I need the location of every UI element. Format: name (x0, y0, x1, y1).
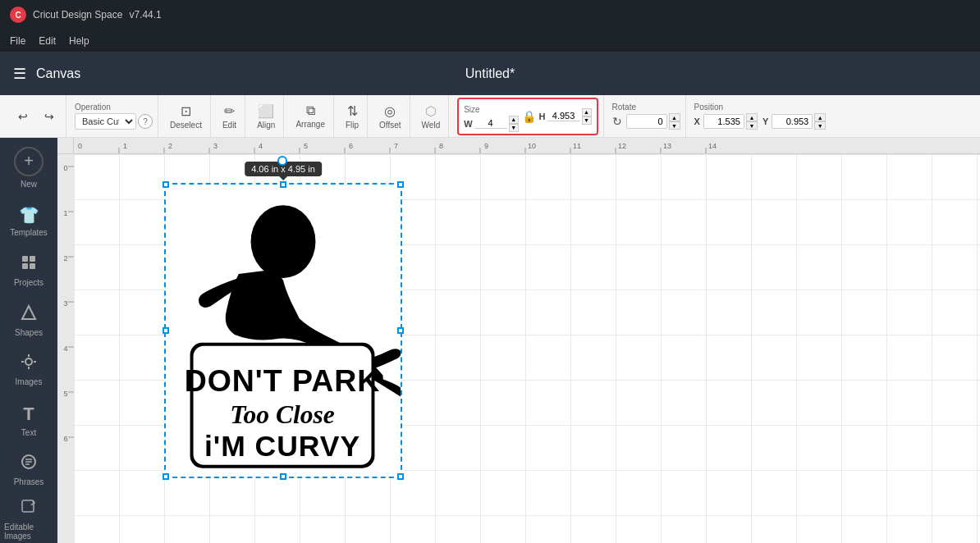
sidebar-item-projects[interactable]: Projects (4, 248, 53, 294)
operation-label: Operation (75, 103, 111, 112)
templates-label: Templates (10, 228, 48, 237)
svg-text:3: 3 (63, 299, 67, 308)
rotate-up-button[interactable]: ▲ (669, 113, 680, 121)
sidebar-item-text[interactable]: T Text (4, 397, 53, 444)
size-height-input[interactable] (547, 111, 580, 121)
width-up-button[interactable]: ▲ (509, 116, 519, 124)
offset-button[interactable]: ◎ Offset (376, 102, 405, 131)
weld-button[interactable]: ⬡ Weld (419, 102, 444, 131)
handle-s[interactable] (280, 473, 286, 480)
sidebar-item-images[interactable]: Images (4, 347, 53, 394)
artwork-container[interactable]: 4.06 in x 4.95 in (164, 183, 402, 478)
flip-button[interactable]: ⇅ Flip (342, 102, 362, 131)
phrases-label: Phrases (14, 477, 44, 486)
svg-rect-3 (30, 263, 35, 269)
handle-sw[interactable] (163, 473, 169, 480)
rotate-handle[interactable] (277, 156, 287, 166)
svg-text:3: 3 (213, 142, 218, 150)
handle-w[interactable] (163, 327, 169, 334)
deselect-label: Deselect (170, 121, 202, 130)
rotate-label: Rotate (612, 103, 636, 112)
svg-text:5: 5 (304, 142, 308, 150)
handle-n[interactable] (280, 181, 286, 188)
y-input[interactable] (772, 114, 813, 129)
svg-text:14: 14 (708, 142, 717, 150)
edit-button[interactable]: ✏ Edit (219, 102, 240, 131)
svg-rect-14 (22, 500, 34, 512)
size-box: Size W ▲ ▼ 🔒 H ▲ ▼ (457, 98, 598, 135)
operation-group: Operation Basic Cut ? (70, 95, 158, 137)
width-down-button[interactable]: ▼ (509, 124, 519, 132)
operation-row: Basic Cut ? (75, 113, 153, 130)
arrange-group: ⧉ Arrange (287, 95, 334, 137)
svg-text:10: 10 (528, 142, 536, 150)
lock-icon[interactable]: 🔒 (522, 110, 536, 123)
size-width-input[interactable] (474, 118, 507, 129)
handle-nw[interactable] (163, 181, 169, 188)
height-spinner: ▲ ▼ (582, 108, 592, 125)
svg-text:0: 0 (78, 142, 82, 150)
menu-bar: File Edit Help (0, 30, 980, 52)
size-label: Size (464, 105, 479, 114)
deselect-button[interactable]: ⊡ Deselect (167, 102, 205, 131)
svg-rect-15 (74, 138, 980, 154)
handle-e[interactable] (397, 327, 404, 334)
x-up-button[interactable]: ▲ (746, 113, 758, 121)
sidebar-item-editable-images[interactable]: Editable Images (4, 496, 53, 543)
text-label: Text (21, 428, 36, 437)
left-sidebar: + New 👕 Templates Projects (0, 138, 57, 543)
height-up-button[interactable]: ▲ (582, 108, 592, 116)
templates-icon: 👕 (19, 205, 39, 225)
position-label: Position (694, 103, 724, 112)
sidebar-item-templates[interactable]: 👕 Templates (4, 198, 53, 244)
svg-text:11: 11 (573, 142, 581, 150)
rotate-group: Rotate ↻ ▲ ▼ (607, 95, 686, 137)
menu-file[interactable]: File (10, 35, 25, 47)
align-group: ⬜ Align (249, 95, 284, 137)
align-label: Align (257, 121, 275, 130)
undo-redo-group: ↩ ↪ (7, 95, 66, 137)
arrange-label: Arrange (295, 120, 325, 129)
svg-point-5 (25, 358, 32, 365)
svg-text:4: 4 (259, 142, 263, 150)
handle-se[interactable] (397, 473, 404, 480)
y-down-button[interactable]: ▼ (814, 121, 826, 130)
hamburger-button[interactable]: ☰ (13, 65, 26, 83)
operation-select[interactable]: Basic Cut (75, 113, 136, 130)
svg-marker-4 (22, 306, 35, 319)
y-up-button[interactable]: ▲ (814, 113, 826, 121)
svg-text:12: 12 (618, 142, 626, 150)
rotate-input[interactable] (626, 114, 667, 129)
flip-label: Flip (346, 121, 359, 130)
weld-group: ⬡ Weld (414, 95, 450, 137)
svg-rect-1 (30, 256, 35, 262)
x-input[interactable] (703, 114, 744, 129)
canvas-area[interactable]: 0 1 2 3 4 5 6 7 8 9 10 11 12 13 14 (57, 138, 980, 543)
rotate-down-button[interactable]: ▼ (669, 121, 680, 130)
handle-ne[interactable] (397, 181, 404, 188)
sidebar-item-new[interactable]: + New (4, 144, 53, 191)
projects-icon (21, 254, 37, 275)
operation-inner: Operation Basic Cut ? (75, 103, 153, 130)
svg-text:9: 9 (484, 142, 488, 150)
sidebar-item-shapes[interactable]: Shapes (4, 297, 53, 344)
undo-button[interactable]: ↩ (11, 105, 34, 128)
width-letter: W (464, 119, 472, 129)
projects-label: Projects (14, 278, 44, 287)
redo-button[interactable]: ↪ (38, 105, 61, 128)
height-down-button[interactable]: ▼ (582, 116, 592, 125)
new-label: New (21, 180, 37, 189)
align-button[interactable]: ⬜ Align (254, 102, 278, 131)
ruler-top: 0 1 2 3 4 5 6 7 8 9 10 11 12 13 14 (74, 138, 980, 154)
svg-text:Too Close: Too Close (230, 400, 335, 429)
svg-text:2: 2 (168, 142, 172, 150)
menu-edit[interactable]: Edit (39, 35, 56, 47)
offset-label: Offset (379, 121, 401, 130)
shapes-label: Shapes (15, 328, 43, 337)
page-title: Untitled* (465, 66, 515, 81)
menu-help[interactable]: Help (69, 35, 89, 47)
sidebar-item-phrases[interactable]: Phrases (4, 447, 53, 494)
x-down-button[interactable]: ▼ (746, 121, 758, 130)
operation-help-button[interactable]: ? (138, 114, 153, 129)
arrange-button[interactable]: ⧉ Arrange (292, 102, 328, 130)
